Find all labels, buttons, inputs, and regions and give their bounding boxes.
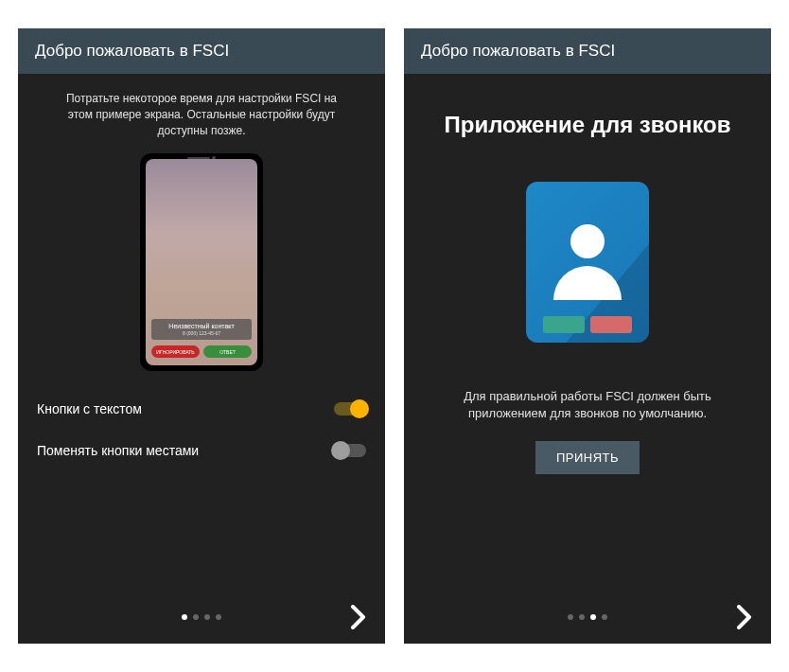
next-button[interactable]: [735, 605, 754, 629]
onboarding-screen-right: Добро пожаловать в FSCI Приложение для з…: [404, 28, 771, 644]
setting-label: Поменять кнопки местами: [37, 443, 199, 458]
setting-label: Кнопки с текстом: [37, 401, 142, 416]
toggle-text-buttons[interactable]: [334, 402, 366, 416]
icon-decline-button: [590, 316, 632, 333]
content-area: Потратьте некоторое время для настройки …: [18, 74, 385, 644]
page-dot: [579, 614, 585, 620]
accept-button[interactable]: ПРИНЯТЬ: [535, 441, 640, 474]
phone-screen: Неизвестный контакт 8 (000) 123-45-67 ИГ…: [146, 159, 257, 365]
content-area: Приложение для звонков Для правильной ра…: [404, 74, 771, 644]
page-dot: [193, 614, 199, 620]
mock-contact-label: Неизвестный контакт 8 (000) 123-45-67: [151, 319, 252, 340]
page-dot: [182, 614, 187, 620]
mock-call-buttons: ИГНОРИРОВАТЬ ОТВЕТ: [151, 345, 252, 358]
contact-icon: [553, 224, 622, 300]
icon-accept-button: [543, 316, 585, 333]
page-dot: [204, 614, 210, 620]
icon-call-buttons: [543, 316, 632, 333]
contact-body-icon: [553, 266, 622, 300]
intro-text: Потратьте некоторое время для настройки …: [18, 74, 385, 148]
header-title: Добро пожаловать в FSCI: [404, 28, 771, 74]
page-dots: [182, 614, 221, 620]
next-button[interactable]: [349, 605, 368, 629]
setting-text-buttons[interactable]: Кнопки с текстом: [18, 388, 385, 430]
mock-contact-number: 8 (000) 123-45-67: [153, 330, 250, 336]
description-text: Для правильной работы FSCI должен быть п…: [404, 343, 771, 435]
mock-decline-button: ИГНОРИРОВАТЬ: [151, 345, 200, 358]
page-dot: [216, 614, 221, 620]
footer-nav: [18, 591, 385, 644]
mock-accept-button: ОТВЕТ: [203, 345, 252, 358]
page-dots: [568, 614, 607, 620]
onboarding-screen-left: Добро пожаловать в FSCI Потратьте некото…: [18, 28, 385, 644]
setting-swap-buttons[interactable]: Поменять кнопки местами: [18, 430, 385, 471]
toggle-swap-buttons[interactable]: [334, 444, 366, 457]
page-title: Приложение для звонков: [404, 74, 771, 165]
mock-contact-name: Неизвестный контакт: [168, 323, 234, 329]
chevron-right-icon: [349, 605, 368, 629]
footer-nav: [404, 591, 771, 644]
page-dot: [568, 614, 573, 620]
chevron-right-icon: [735, 605, 754, 629]
app-icon: [526, 182, 649, 343]
page-dot: [590, 614, 596, 620]
header-title: Добро пожаловать в FSCI: [18, 28, 385, 74]
page-dot: [602, 614, 607, 620]
contact-head-icon: [570, 224, 605, 258]
phone-preview: Неизвестный контакт 8 (000) 123-45-67 ИГ…: [140, 153, 263, 371]
